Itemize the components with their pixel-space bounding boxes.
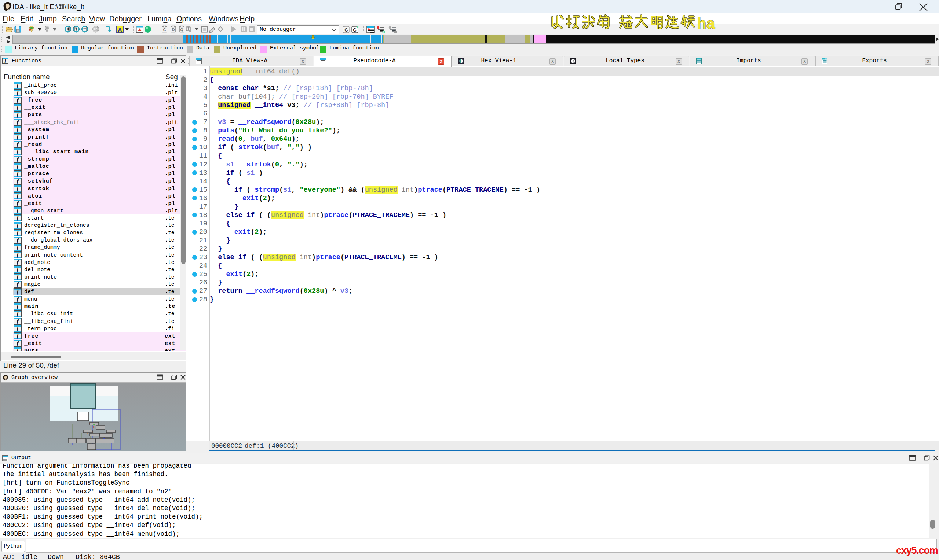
svg-text:A: A [118, 26, 122, 32]
svg-text:C: C [344, 27, 348, 32]
svg-text:C: C [163, 28, 166, 32]
svg-text:Q: Q [180, 28, 183, 32]
svg-text:C: C [353, 27, 356, 32]
svg-text:ha: ha [697, 15, 715, 31]
svg-text:D: D [172, 28, 175, 32]
